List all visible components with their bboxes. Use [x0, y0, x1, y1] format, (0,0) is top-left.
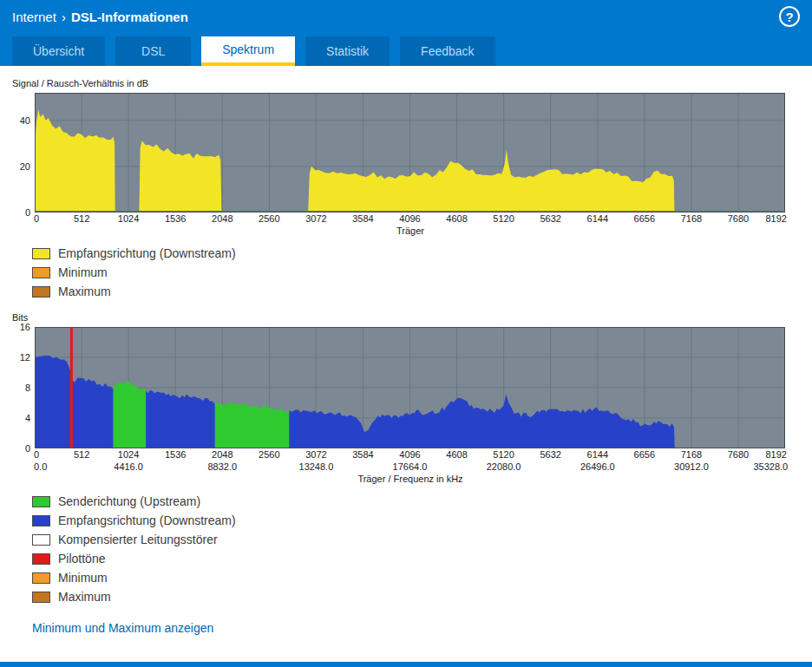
legend-swatch-kompensierter-leitungsstorer — [32, 534, 50, 546]
main-content: Signal / Rausch-Verhältnis in dB 02040 0… — [0, 66, 812, 636]
legend-swatch-senderichtung-upstream — [32, 496, 50, 507]
legend-swatch-empfangsrichtung-downstream — [32, 248, 50, 259]
snr-legend-item-empfangsrichtung-downstream: Empfangsrichtung (Downstream) — [32, 246, 812, 260]
breadcrumb: Internet › DSL-Informationen — [12, 10, 188, 24]
snr-chart-xtick-label: 512 — [74, 213, 89, 224]
show-minmax-link[interactable]: Minimum und Maximum anzeigen — [32, 621, 213, 635]
bits-chart-xtick-label: 1024 — [118, 449, 139, 460]
bits-chart-xtick-label: 3584 — [352, 449, 373, 460]
snr-chart-xtick-label: 3072 — [305, 213, 326, 224]
legend-swatch-empfangsrichtung-downstream — [32, 515, 50, 526]
snr-chart-xtick-label: 4096 — [399, 213, 420, 224]
snr-chart-xtick-label: 0 — [34, 213, 39, 224]
bits-legend-item-maximum: Maximum — [32, 590, 812, 604]
tab-statistik[interactable]: Statistik — [305, 36, 390, 66]
bits-legend-item-minimum: Minimum — [32, 571, 812, 585]
bits-legend-item-kompensierter-leitungsstorer: Kompensierter Leitungsstörer — [32, 533, 812, 546]
tab-feedback[interactable]: Feedback — [400, 36, 494, 66]
bits-legend-item-empfangsrichtung-downstream: Empfangsrichtung (Downstream) — [32, 513, 812, 527]
legend-label: Maximum — [58, 590, 111, 604]
legend-swatch-maximum — [32, 592, 50, 603]
tab-dsl[interactable]: DSL — [115, 36, 191, 66]
bits-chart-xtick-label: 1536 — [165, 449, 186, 460]
snr-chart-plot: 02040 — [35, 93, 786, 213]
bits-chart-xtick-label: 0.0 — [34, 461, 47, 472]
snr-chart-legend: Empfangsrichtung (Downstream)MinimumMaxi… — [32, 246, 812, 298]
bottom-accent-bar — [0, 662, 812, 667]
snr-chart-ytick-label: 40 — [3, 114, 30, 127]
tab-ubersicht[interactable]: Übersicht — [12, 36, 105, 66]
bits-chart-legend: Senderichtung (Upstream)Empfangsrichtung… — [32, 494, 812, 604]
snr-chart-xtick-label: 5632 — [540, 213, 560, 224]
legend-label: Empfangsrichtung (Downstream) — [58, 246, 236, 260]
bits-chart-xtick-label: 8832.0 — [207, 461, 237, 472]
bits-chart-section: Bits 0481216 051210241536204825603072358… — [0, 312, 812, 604]
bits-chart-plot: 0481216 — [35, 327, 786, 448]
bits-chart-ytick-label: 12 — [3, 351, 30, 363]
bits-chart-xtick-label: 4416.0 — [114, 461, 143, 472]
snr-chart-svg — [35, 93, 785, 213]
bits-chart-ytick-label: 4 — [3, 412, 30, 424]
bits-chart-xtick-label: 35328.0 — [753, 461, 788, 472]
bits-chart-xtick-label: 30912.0 — [674, 461, 709, 472]
legend-label: Senderichtung (Upstream) — [58, 494, 200, 508]
bits-chart-xtick-label: 17664.0 — [393, 461, 428, 472]
legend-label: Empfangsrichtung (Downstream) — [58, 513, 236, 527]
breadcrumb-section[interactable]: Internet — [12, 10, 56, 24]
bits-chart-xtick-label: 7680 — [728, 449, 749, 460]
bits-chart-xtick-label: 2048 — [212, 449, 232, 460]
tab-spektrum[interactable]: Spektrum — [201, 36, 295, 66]
snr-chart-xtick-label: 2048 — [212, 213, 232, 224]
snr-chart-xtick-label: 7168 — [681, 213, 702, 224]
bits-chart-title: Bits — [12, 312, 812, 323]
snr-chart-section: Signal / Rausch-Verhältnis in dB 02040 0… — [0, 78, 812, 298]
snr-chart-xticks: 0512102415362048256030723584409646085120… — [35, 213, 786, 225]
bits-chart-xtick-label: 0 — [34, 449, 39, 460]
snr-chart-xtick-label: 4608 — [446, 213, 467, 224]
snr-chart-xtick-label: 7680 — [728, 213, 749, 224]
snr-chart-xtick-label: 1024 — [118, 213, 139, 224]
help-button[interactable]: ? — [779, 6, 800, 27]
bits-chart-xtick-label: 5120 — [493, 449, 514, 460]
tab-bar: ÜbersichtDSLSpektrumStatistikFeedback — [0, 33, 812, 66]
breadcrumb-separator-icon: › — [62, 10, 66, 24]
bits-chart-xtick-label: 4608 — [446, 449, 467, 460]
snr-chart-xaxis-label: Träger — [35, 226, 786, 238]
bits-chart-series-empfangsrichtung-downstream — [146, 390, 215, 448]
legend-swatch-pilottone — [32, 553, 50, 565]
bits-chart-series-senderichtung-upstream — [114, 381, 147, 448]
bits-chart-frequency-ticks: 0.04416.08832.013248.017664.022080.02649… — [35, 461, 786, 473]
snr-chart-xtick-label: 2560 — [259, 213, 279, 224]
bits-chart-xtick-label: 3072 — [305, 449, 326, 460]
snr-legend-item-maximum: Maximum — [32, 284, 812, 298]
snr-chart-xtick-label: 6144 — [587, 213, 608, 224]
legend-swatch-minimum — [32, 267, 50, 278]
snr-chart-ytick-label: 20 — [3, 160, 30, 173]
snr-chart-xtick-label: 1536 — [165, 213, 186, 224]
top-navbar: Internet › DSL-Informationen ? — [0, 0, 812, 33]
pilot-tone-marker — [70, 327, 73, 448]
bits-legend-item-pilottone: Pilottöne — [32, 552, 812, 566]
bits-chart-ytick-label: 8 — [3, 382, 30, 394]
bits-chart-xtick-label: 8192 — [765, 449, 786, 460]
snr-chart-xtick-label: 3584 — [352, 213, 373, 224]
legend-label: Minimum — [58, 571, 108, 585]
bits-legend-item-senderichtung-upstream: Senderichtung (Upstream) — [32, 494, 812, 508]
snr-chart-xtick-label: 6656 — [634, 213, 655, 224]
legend-swatch-maximum — [32, 286, 50, 298]
bits-chart-xtick-label: 22080.0 — [487, 461, 521, 472]
bits-chart-ytick-label: 0 — [3, 442, 30, 454]
bits-chart-xtick-label: 7168 — [681, 449, 702, 460]
legend-label: Kompensierter Leitungsstörer — [58, 533, 218, 546]
snr-chart-xtick-label: 5120 — [493, 213, 514, 224]
snr-chart-title: Signal / Rausch-Verhältnis in dB — [12, 78, 812, 88]
bits-chart-xtick-label: 26496.0 — [580, 461, 615, 472]
bits-chart-xtick-label: 5632 — [540, 449, 560, 460]
bits-chart-xtick-label: 512 — [74, 449, 89, 460]
breadcrumb-page-title: DSL-Informationen — [71, 10, 188, 24]
bits-chart-ytick-label: 16 — [3, 321, 30, 333]
bits-chart-xticks: 0512102415362048256030723584409646085120… — [35, 448, 786, 461]
bits-chart-xtick-label: 6656 — [634, 449, 655, 460]
snr-chart-ytick-label: 0 — [3, 206, 30, 219]
help-icon: ? — [785, 10, 793, 24]
